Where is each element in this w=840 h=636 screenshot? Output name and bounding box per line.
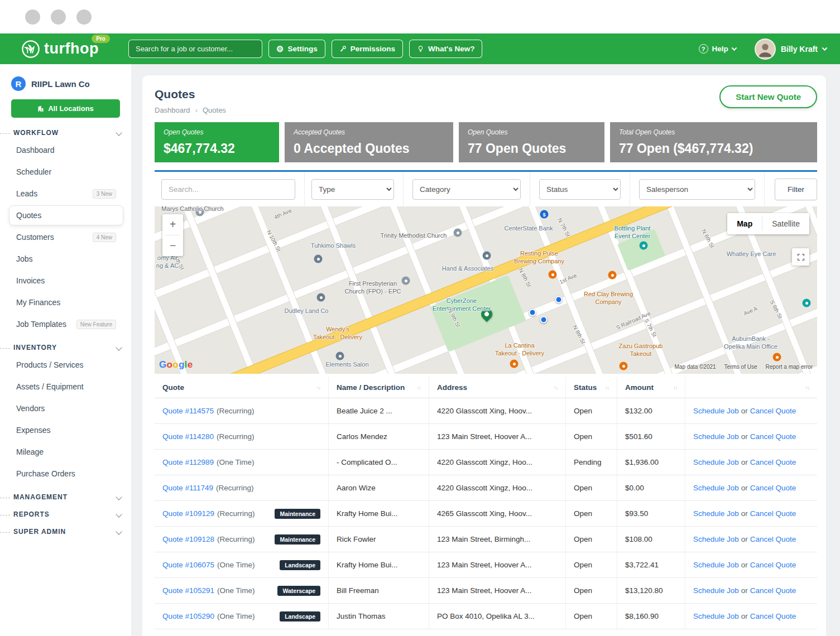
zoom-in-button[interactable]: +	[162, 214, 183, 235]
sidebar-section-super-admin[interactable]: SUPER ADMIN	[13, 528, 121, 536]
terms-of-use-link[interactable]: Terms of Use	[724, 364, 757, 370]
report-map-error-link[interactable]: Report a map error	[766, 364, 813, 370]
sidebar-section-management[interactable]: MANAGEMENT	[13, 493, 121, 501]
sidebar-item-job-templates[interactable]: Job TemplatesNew Feature	[9, 314, 123, 334]
shop-poi-icon[interactable]	[336, 352, 344, 360]
schedule-job-link[interactable]: Schedule Job	[693, 509, 739, 518]
food-poi-icon[interactable]	[510, 360, 519, 368]
shop-poi-icon[interactable]	[317, 293, 325, 302]
filter-select-status[interactable]: Status	[539, 179, 621, 200]
sidebar-item-products-services[interactable]: Products / Services	[9, 355, 123, 375]
sort-icon[interactable]: ↑↓	[549, 385, 558, 391]
cancel-quote-link[interactable]: Cancel Quote	[750, 612, 796, 620]
food-poi-icon[interactable]	[549, 271, 557, 279]
shop-poi-icon[interactable]	[483, 252, 491, 260]
stat-card-open-quotes-2[interactable]: Open Quotes77 Open Quotes	[459, 122, 604, 162]
quote-link[interactable]: Quote #111749	[162, 484, 213, 492]
user-menu[interactable]: Billy Kraft	[755, 38, 827, 60]
map-canvas[interactable]: + − Map Satellite Google Map data ©2021	[155, 206, 817, 374]
sidebar-item-my-finances[interactable]: My Finances	[9, 292, 123, 312]
church-poi-icon[interactable]	[402, 277, 410, 285]
window-maximize-button[interactable]	[76, 9, 92, 25]
church-poi-icon[interactable]	[196, 208, 204, 216]
sort-icon[interactable]: ↑↓	[412, 385, 421, 391]
schedule-job-link[interactable]: Schedule Job	[693, 458, 739, 466]
shop-poi-icon[interactable]	[314, 255, 323, 263]
stat-card-accepted-quotes-1[interactable]: Accepted Quotes0 Accepted Quotes	[285, 122, 453, 162]
attraction-poi-icon[interactable]	[640, 242, 648, 250]
quote-link[interactable]: Quote #114280	[162, 432, 214, 441]
sort-icon[interactable]: ↑↓	[669, 385, 677, 391]
whats-new-button[interactable]: What's New?	[409, 40, 482, 58]
quote-link[interactable]: Quote #105290	[162, 612, 214, 620]
zoom-out-button[interactable]: −	[162, 235, 183, 256]
sidebar-item-vendors[interactable]: Vendors	[9, 398, 123, 418]
quote-link[interactable]: Quote #109129	[162, 509, 214, 518]
cancel-quote-link[interactable]: Cancel Quote	[750, 432, 796, 441]
sidebar-item-quotes[interactable]: Quotes	[9, 205, 123, 225]
stat-card-total-open-quotes-3[interactable]: Total Open Quotes77 Open ($467,774.32)	[610, 122, 817, 162]
sidebar-item-assets-equipment[interactable]: Assets / Equipment	[9, 377, 123, 397]
food-poi-icon[interactable]	[620, 362, 628, 370]
church-poi-icon[interactable]	[454, 229, 462, 237]
settings-button[interactable]: ⚙ Settings	[268, 40, 325, 58]
schedule-job-link[interactable]: Schedule Job	[693, 612, 739, 620]
quote-link[interactable]: Quote #105291	[162, 586, 214, 595]
sidebar-section-workflow[interactable]: WORKFLOW	[13, 129, 121, 137]
column-header-actions[interactable]: ↑↓	[685, 377, 817, 398]
column-header-address[interactable]: Address↑↓	[429, 377, 565, 398]
filter-button[interactable]: Filter	[775, 179, 817, 200]
schedule-job-link[interactable]: Schedule Job	[693, 535, 739, 543]
sidebar-item-dashboard[interactable]: Dashboard	[9, 140, 123, 160]
sidebar-item-expenses[interactable]: Expenses	[9, 420, 123, 440]
start-new-quote-button[interactable]: Start New Quote	[719, 85, 817, 108]
map-view-button[interactable]: Map	[727, 213, 762, 234]
sidebar-item-scheduler[interactable]: Scheduler	[9, 162, 123, 182]
all-locations-button[interactable]: All Locations	[11, 99, 120, 118]
window-minimize-button[interactable]	[51, 9, 66, 25]
quote-link[interactable]: Quote #106075	[162, 561, 214, 569]
schedule-job-link[interactable]: Schedule Job	[693, 561, 739, 569]
food-poi-icon[interactable]	[608, 271, 617, 280]
sidebar-item-jobs[interactable]: Jobs	[9, 249, 123, 269]
sidebar-section-reports[interactable]: REPORTS	[13, 510, 121, 518]
quote-location-dot[interactable]	[529, 309, 536, 316]
breadcrumb-dashboard[interactable]: Dashboard	[155, 106, 190, 114]
schedule-job-link[interactable]: Schedule Job	[693, 407, 739, 415]
help-menu[interactable]: ? Help	[699, 44, 736, 54]
column-header-quote[interactable]: Quote↑↓	[155, 377, 328, 398]
permissions-button[interactable]: Permissions	[332, 40, 403, 58]
quote-link[interactable]: Quote #112989	[162, 458, 214, 466]
food-poi-icon[interactable]	[773, 353, 781, 362]
cancel-quote-link[interactable]: Cancel Quote	[750, 458, 796, 466]
filter-select-salesperson[interactable]: Salesperson	[639, 179, 755, 200]
sort-icon[interactable]: ↑↓	[801, 385, 809, 391]
sort-icon[interactable]: ↑↓	[601, 385, 609, 391]
attraction-poi-icon[interactable]	[803, 299, 811, 307]
quote-location-dot[interactable]	[540, 316, 548, 324]
fullscreen-button[interactable]	[792, 248, 809, 266]
window-close-button[interactable]	[25, 9, 40, 25]
stat-card-open-quotes-0[interactable]: Open Quotes$467,774.32	[155, 122, 279, 162]
cancel-quote-link[interactable]: Cancel Quote	[750, 509, 796, 518]
quote-link[interactable]: Quote #109128	[162, 535, 214, 543]
sort-icon[interactable]: ↑↓	[312, 385, 320, 391]
sidebar-section-inventory[interactable]: INVENTORY	[13, 344, 121, 351]
cancel-quote-link[interactable]: Cancel Quote	[750, 484, 796, 492]
sidebar-item-mileage[interactable]: Mileage	[9, 442, 123, 462]
bank-poi-icon[interactable]: $	[540, 210, 549, 219]
column-header-status[interactable]: Status↑↓	[565, 377, 617, 398]
quote-location-dot[interactable]	[555, 296, 563, 303]
column-header-amount[interactable]: Amount↑↓	[617, 377, 685, 398]
schedule-job-link[interactable]: Schedule Job	[693, 484, 739, 492]
satellite-view-button[interactable]: Satellite	[762, 213, 809, 234]
global-search-input[interactable]	[128, 40, 262, 58]
brand-logo[interactable]: turfhop Pro	[21, 40, 99, 59]
company-switcher[interactable]: R RIIPL Lawn Co	[0, 64, 131, 99]
sidebar-item-customers[interactable]: Customers4 New	[9, 227, 123, 247]
quotes-search-input[interactable]	[161, 179, 295, 200]
filter-select-category[interactable]: Category	[412, 179, 521, 200]
cancel-quote-link[interactable]: Cancel Quote	[750, 535, 796, 543]
column-header-name-description[interactable]: Name / Description↑↓	[328, 377, 429, 398]
sidebar-item-invoices[interactable]: Invoices	[9, 271, 123, 291]
